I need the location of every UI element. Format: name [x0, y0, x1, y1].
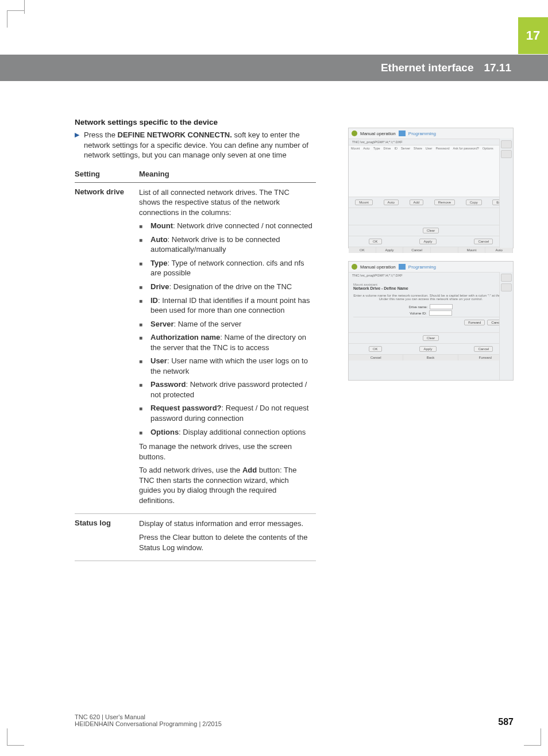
list-item: ■Mount: Network drive connected / not co…: [139, 221, 312, 231]
setting-name: Status log: [75, 514, 139, 561]
main-content: Network settings specific to the device …: [75, 118, 316, 561]
ui-button[interactable]: OK: [369, 346, 382, 352]
ui-button[interactable]: Clear: [423, 335, 439, 341]
list-item: ■ID: Internal ID that identifies if a mo…: [139, 296, 312, 316]
intro-heading: Network settings specific to the device: [75, 118, 316, 126]
list-item: ■Authorization name: Name of the directo…: [139, 332, 312, 352]
softkey[interactable]: [431, 247, 458, 253]
ui-button[interactable]: Apply: [419, 239, 436, 244]
col-header-meaning: Meaning: [139, 166, 316, 183]
screenshot-network-drives: Manual operation Programming TNC:\nc_pro…: [348, 128, 514, 248]
ui-button[interactable]: Auto: [384, 199, 399, 205]
settings-table: Setting Meaning Network driveList of all…: [75, 166, 316, 561]
softkey[interactable]: Mount: [458, 247, 486, 253]
ui-button[interactable]: Clear: [423, 228, 439, 233]
ui-button[interactable]: Add: [410, 199, 424, 205]
list-item: ■Request password?: Request / Do not req…: [139, 403, 312, 423]
mode-icon: [352, 264, 357, 270]
list-item: ■Drive: Designation of the drive on the …: [139, 282, 312, 292]
list-item: ■Auto: Network drive is to be connected …: [139, 235, 312, 255]
list-item: ■Password: Network drive password protec…: [139, 379, 312, 400]
softkey[interactable]: Apply: [376, 247, 404, 253]
drive-name-input[interactable]: [430, 304, 453, 309]
softkey[interactable]: Cancel: [349, 355, 403, 360]
list-item: ■User: User name with which the user log…: [139, 356, 312, 376]
ui-button[interactable]: OK: [369, 239, 382, 244]
page-title: Ethernet interface: [381, 62, 474, 74]
page-number: 587: [498, 717, 514, 727]
prog-icon: [399, 131, 406, 136]
footer-line1: TNC 620 | User's Manual: [75, 713, 222, 720]
section-number: 17.11: [484, 62, 511, 74]
volume-id-input[interactable]: [429, 310, 452, 316]
softkey[interactable]: OK: [349, 247, 376, 253]
screenshot-mount-wizard: Manual operation Programming TNC:\nc_pro…: [348, 261, 514, 381]
ui-button[interactable]: Cancel: [474, 346, 493, 352]
setting-meaning: List of all connected network drives. Th…: [139, 182, 316, 514]
screenshots-column: Manual operation Programming TNC:\nc_pro…: [348, 128, 514, 393]
list-item: ■Type: Type of network connection. cifs …: [139, 258, 312, 278]
ui-button[interactable]: Forward: [464, 320, 485, 325]
bullet-arrow-icon: ▶: [75, 131, 79, 139]
softkey[interactable]: Auto: [485, 247, 513, 253]
setting-name: Network drive: [75, 182, 139, 514]
ui-button[interactable]: Apply: [419, 346, 436, 352]
col-header-setting: Setting: [75, 166, 139, 183]
chapter-tab: 17: [518, 17, 548, 54]
intro-text: Press the DEFINE NETWORK CONNECTN. soft …: [84, 130, 316, 160]
ui-button[interactable]: Cancel: [474, 239, 493, 244]
softkey[interactable]: Cancel: [403, 247, 431, 253]
footer-line2: HEIDENHAIN Conversational Programming | …: [75, 720, 222, 727]
softkey[interactable]: Back: [403, 355, 458, 360]
prog-icon: [399, 264, 406, 270]
mode-icon: [352, 131, 357, 136]
ui-button[interactable]: Remove: [434, 199, 455, 205]
list-item: ■Options: Display additional connection …: [139, 427, 312, 438]
list-item: ■Server: Name of the server: [139, 319, 312, 329]
page-footer: TNC 620 | User's Manual HEIDENHAIN Conve…: [75, 713, 514, 727]
setting-meaning: Display of status information and error …: [139, 514, 316, 561]
table-row: Status logDisplay of status information …: [75, 514, 316, 561]
ui-button[interactable]: Copy: [466, 199, 482, 205]
ui-button[interactable]: Mount: [355, 199, 373, 205]
section-header: Ethernet interface 17.11: [0, 55, 548, 81]
table-row: Network driveList of all connected netwo…: [75, 182, 316, 514]
